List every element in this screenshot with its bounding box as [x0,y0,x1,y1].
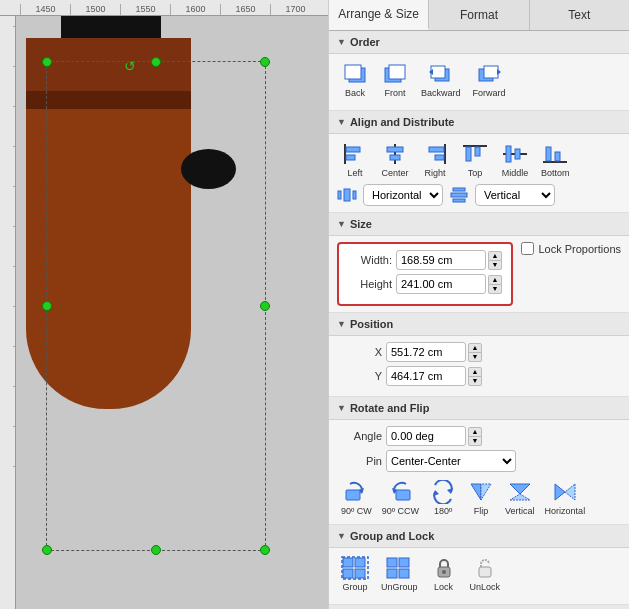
rotate-arrow: ▼ [337,403,346,413]
back-icon [341,62,369,86]
tab-text[interactable]: Text [530,0,629,30]
handle-mr[interactable] [260,301,270,311]
svg-rect-5 [431,66,445,78]
handle-br[interactable] [260,545,270,555]
svg-rect-14 [387,147,403,152]
svg-rect-3 [389,65,405,79]
lock-button[interactable]: Lock [426,554,462,594]
order-section-body: Back Front Backwa [329,54,629,111]
align-left-label: Left [347,168,362,178]
height-row: Height ▲ ▼ [347,274,503,294]
width-row: Width: ▲ ▼ [347,250,503,270]
svg-rect-8 [484,66,498,78]
y-input[interactable] [386,366,466,386]
distribute-v-icon [449,187,469,203]
front-button[interactable]: Front [377,60,413,100]
ruler-top: 1450 1500 1550 1600 1650 1700 [0,0,328,16]
tab-format[interactable]: Format [429,0,529,30]
svg-rect-37 [396,490,410,500]
svg-marker-45 [565,484,575,500]
ungroup-button[interactable]: UnGroup [377,554,422,594]
lock-proportions-checkbox[interactable] [521,242,534,255]
svg-rect-33 [453,199,465,202]
unlock-button[interactable]: UnLock [466,554,505,594]
rotate-ccw-icon [386,480,414,504]
align-left-button[interactable]: Left [337,140,373,180]
svg-rect-57 [479,567,491,577]
angle-input[interactable] [386,426,466,446]
svg-marker-9 [497,69,501,75]
align-middle-button[interactable]: Middle [497,140,533,180]
size-fields-box: Width: ▲ ▼ Height ▲ ▼ [337,242,513,306]
svg-rect-27 [555,152,560,161]
svg-rect-53 [387,569,397,578]
panel-content: ▼ Order Back Fro [329,31,629,609]
vertical-dropdown[interactable]: Vertical Horizontal [475,184,555,206]
flip-vertical-button[interactable]: Vertical [501,478,539,518]
height-input[interactable] [396,274,486,294]
align-center-button[interactable]: Center [377,140,413,180]
svg-marker-42 [510,484,530,494]
svg-rect-46 [343,558,353,567]
width-input[interactable] [396,250,486,270]
align-right-button[interactable]: Right [417,140,453,180]
position-title: Position [350,318,393,330]
handle-bl[interactable] [42,545,52,555]
align-top-button[interactable]: Top [457,140,493,180]
handle-bm[interactable] [151,545,161,555]
svg-rect-23 [506,146,511,162]
svg-marker-43 [510,494,530,500]
svg-rect-24 [515,149,520,159]
forward-label: Forward [473,88,506,98]
ruler-left [0,16,16,609]
position-section-header: ▼ Position [329,313,629,336]
align-dropdowns-row: Horizontal Vertical Vertical Horizontal [337,184,621,206]
rotate-ccw-button[interactable]: 90º CCW [378,478,423,518]
svg-rect-18 [435,155,444,160]
handle-tr[interactable] [260,57,270,67]
x-row: X ▲ ▼ [337,342,621,362]
width-spinner: ▲ ▼ [488,251,502,270]
x-input[interactable] [386,342,466,362]
group-button[interactable]: Group [337,554,373,594]
ungroup-label: UnGroup [381,582,418,592]
flip-horizontal-icon [551,480,579,504]
unlock-icon [471,556,499,580]
angle-row: Angle ▲ ▼ [337,426,621,446]
canvas-content[interactable]: ↺ [16,16,328,609]
group-icon [341,556,369,580]
align-bottom-icon [541,142,569,166]
horizontal-dropdown[interactable]: Horizontal Vertical [363,184,443,206]
backward-label: Backward [421,88,461,98]
align-middle-label: Middle [502,168,529,178]
width-spin-down[interactable]: ▼ [488,260,502,270]
flip-horizontal-button[interactable]: Horizontal [541,478,590,518]
backward-button[interactable]: Backward [417,60,465,100]
forward-button[interactable]: Forward [469,60,510,100]
svg-rect-29 [344,189,350,201]
mitten-body [26,109,191,409]
flip-button[interactable]: Flip [463,478,499,518]
y-spinner: ▲ ▼ [468,367,482,386]
svg-point-56 [442,570,446,574]
pin-label: Pin [337,455,382,467]
align-bottom-label: Bottom [541,168,570,178]
flip-icon [467,480,495,504]
align-bottom-button[interactable]: Bottom [537,140,574,180]
rotate-180-button[interactable]: 180º [425,478,461,518]
rotation-handle[interactable]: ↺ [124,58,136,74]
tab-arrange[interactable]: Arrange & Size [329,0,429,30]
rotate-cw-button[interactable]: 90º CW [337,478,376,518]
height-spin-down[interactable]: ▼ [488,284,502,294]
back-button[interactable]: Back [337,60,373,100]
angle-spin-down[interactable]: ▼ [468,436,482,446]
lock-proportions-label: Lock Proportions [538,243,621,255]
mitten-stripe [26,91,191,109]
pin-dropdown[interactable]: Center-Center Top-Left Top-Center Top-Ri… [386,450,516,472]
align-buttons-row: Left Center Right [337,140,621,180]
size-section-header: ▼ Size [329,213,629,236]
y-spin-down[interactable]: ▼ [468,376,482,386]
x-spin-down[interactable]: ▼ [468,352,482,362]
svg-rect-1 [345,65,361,79]
pin-row: Pin Center-Center Top-Left Top-Center To… [337,450,621,472]
